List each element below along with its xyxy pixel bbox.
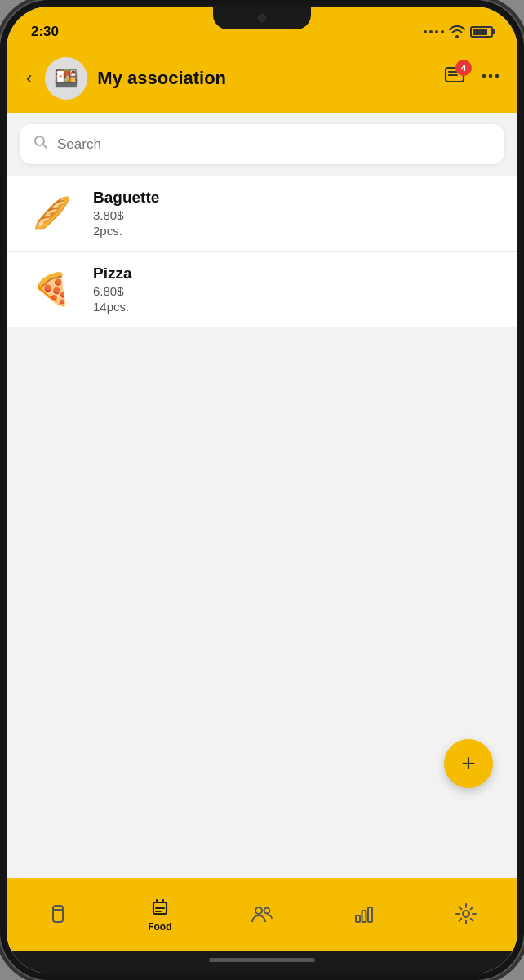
status-icons	[424, 25, 493, 38]
svg-point-7	[255, 907, 262, 914]
item-price: 6.80$	[93, 284, 132, 298]
notification-badge: 4	[455, 60, 472, 76]
more-options-button[interactable]	[480, 65, 501, 91]
screen: 2:30	[7, 7, 517, 973]
wifi-icon	[449, 25, 465, 38]
signal-icon	[424, 30, 444, 33]
sidebar-item-drinks[interactable]	[7, 902, 109, 925]
item-name: Pizza	[93, 265, 132, 283]
item-details: Pizza 6.80$ 14pcs.	[93, 265, 132, 314]
svg-rect-5	[53, 906, 63, 922]
svg-point-12	[463, 911, 469, 917]
item-image-baguette: 🥖	[23, 189, 80, 238]
status-time: 2:30	[31, 24, 59, 40]
search-icon	[33, 134, 49, 154]
home-indicator	[7, 951, 517, 973]
items-list: 🥖 Baguette 3.80$ 2pcs. 🍕 Pizza 6	[7, 176, 517, 327]
table-row[interactable]: 🍕 Pizza 6.80$ 14pcs.	[7, 252, 517, 327]
search-input[interactable]	[57, 136, 491, 153]
phone-frame: 2:30	[0, 0, 524, 980]
item-image-pizza: 🍕	[23, 265, 80, 314]
camera	[258, 14, 266, 22]
app-header: ‹ 🍱 My association 4	[7, 49, 517, 113]
svg-point-1	[482, 74, 486, 78]
svg-point-2	[489, 74, 492, 78]
search-container	[20, 124, 504, 164]
food-icon	[149, 896, 171, 919]
drinks-icon	[47, 902, 69, 925]
sidebar-item-food[interactable]: Food	[109, 896, 211, 933]
notch	[213, 7, 311, 29]
header-actions: 4	[444, 65, 501, 92]
food-nav-label: Food	[148, 921, 171, 933]
table-row[interactable]: 🥖 Baguette 3.80$ 2pcs.	[7, 176, 517, 252]
svg-rect-9	[356, 915, 360, 922]
item-quantity: 14pcs.	[93, 300, 132, 314]
add-button[interactable]: +	[444, 739, 493, 788]
item-name: Baguette	[93, 189, 159, 207]
sidebar-item-stats[interactable]	[313, 902, 415, 925]
svg-rect-11	[368, 907, 372, 922]
item-quantity: 2pcs.	[93, 224, 159, 238]
people-icon	[251, 902, 273, 925]
item-price: 3.80$	[93, 208, 159, 222]
svg-rect-10	[362, 911, 366, 922]
settings-icon	[455, 902, 477, 925]
sidebar-item-settings[interactable]	[415, 902, 517, 925]
page-title: My association	[97, 68, 434, 89]
stats-icon	[353, 902, 375, 925]
back-button[interactable]: ‹	[23, 65, 35, 92]
bottom-nav: Food	[7, 878, 517, 951]
item-details: Baguette 3.80$ 2pcs.	[93, 189, 159, 238]
svg-point-3	[495, 74, 499, 78]
battery-icon	[470, 26, 493, 38]
notification-button[interactable]: 4	[444, 65, 467, 92]
main-content: 🥖 Baguette 3.80$ 2pcs. 🍕 Pizza 6	[7, 113, 517, 878]
svg-point-8	[264, 908, 270, 914]
sidebar-item-people[interactable]	[211, 902, 313, 925]
home-bar	[209, 958, 315, 962]
avatar: 🍱	[45, 57, 87, 100]
